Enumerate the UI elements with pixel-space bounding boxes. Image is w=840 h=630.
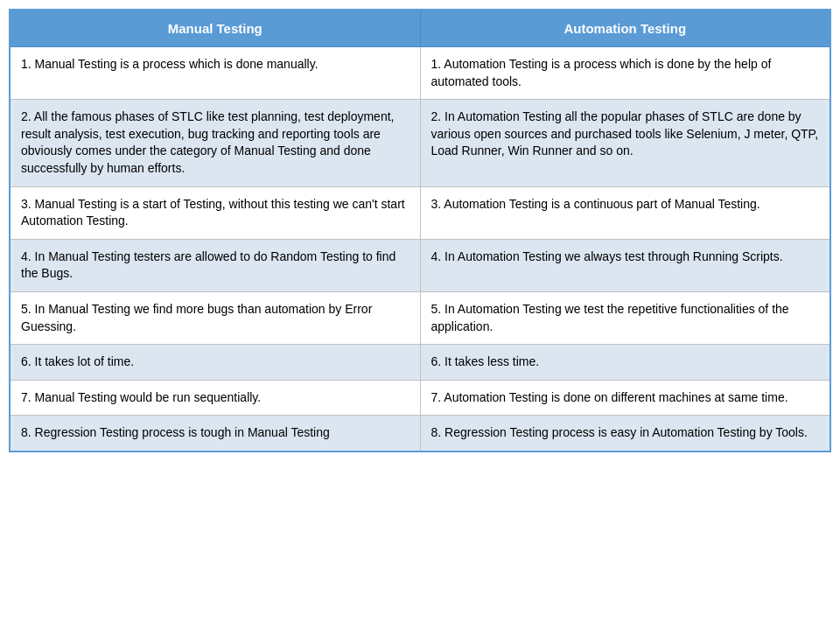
automation-testing-cell: 4. In Automation Testing we always test … — [420, 239, 830, 291]
automation-testing-cell: 7. Automation Testing is done on differe… — [420, 380, 830, 416]
manual-testing-cell: 5. In Manual Testing we find more bugs t… — [10, 291, 420, 344]
table-row: 7. Manual Testing would be run sequentia… — [10, 380, 830, 416]
table-row: 5. In Manual Testing we find more bugs t… — [10, 291, 830, 344]
manual-testing-cell: 1. Manual Testing is a process which is … — [10, 47, 420, 100]
manual-testing-cell: 7. Manual Testing would be run sequentia… — [10, 380, 420, 416]
table-row: 4. In Manual Testing testers are allowed… — [10, 239, 830, 291]
table-row: 2. All the famous phases of STLC like te… — [10, 100, 830, 186]
automation-testing-cell: 5. In Automation Testing we test the rep… — [420, 291, 830, 344]
table-row: 8. Regression Testing process is tough i… — [10, 416, 830, 452]
table-row: 1. Manual Testing is a process which is … — [10, 47, 830, 100]
header-manual-testing: Manual Testing — [10, 10, 420, 47]
manual-testing-cell: 4. In Manual Testing testers are allowed… — [10, 239, 420, 291]
manual-testing-cell: 8. Regression Testing process is tough i… — [10, 416, 420, 452]
manual-testing-cell: 2. All the famous phases of STLC like te… — [10, 100, 420, 186]
table-row: 3. Manual Testing is a start of Testing,… — [10, 186, 830, 239]
automation-testing-cell: 6. It takes less time. — [420, 345, 830, 381]
automation-testing-cell: 3. Automation Testing is a continuous pa… — [420, 186, 830, 239]
comparison-table: Manual Testing Automation Testing 1. Man… — [9, 9, 831, 452]
header-automation-testing: Automation Testing — [420, 10, 830, 47]
table-row: 6. It takes lot of time.6. It takes less… — [10, 345, 830, 381]
manual-testing-cell: 6. It takes lot of time. — [10, 345, 420, 381]
automation-testing-cell: 1. Automation Testing is a process which… — [420, 47, 830, 100]
automation-testing-cell: 8. Regression Testing process is easy in… — [420, 416, 830, 452]
automation-testing-cell: 2. In Automation Testing all the popular… — [420, 100, 830, 186]
manual-testing-cell: 3. Manual Testing is a start of Testing,… — [10, 186, 420, 239]
